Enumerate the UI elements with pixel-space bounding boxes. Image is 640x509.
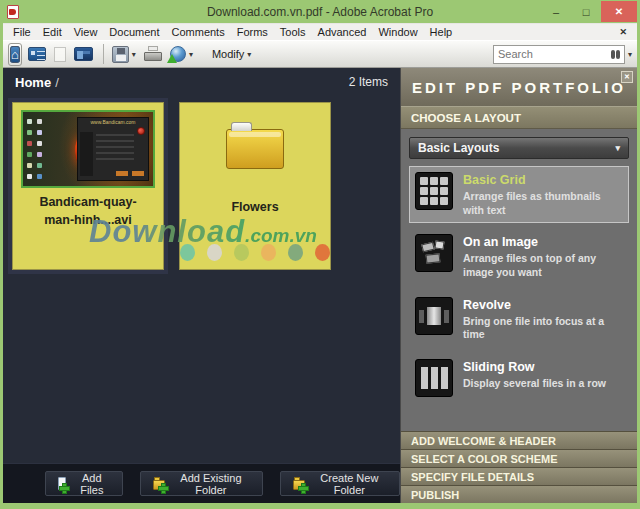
chevron-down-icon: ▾	[189, 50, 193, 59]
blank-page-button[interactable]	[51, 45, 69, 64]
breadcrumb-separator: /	[55, 75, 59, 90]
layout-description: Arrange files on top of any image you wa…	[463, 252, 623, 279]
menu-edit[interactable]: Edit	[37, 26, 68, 38]
folder-icon	[226, 129, 284, 169]
layout-option-basic-grid[interactable]: Basic Grid Arrange files as thumbnails w…	[409, 166, 629, 223]
basic-grid-icon	[415, 172, 453, 210]
breadcrumb: Home / 2 Items	[3, 68, 400, 96]
layout-name: On an Image	[463, 235, 623, 249]
panel-header: EDIT PDF PORTFOLIO ✕	[401, 68, 637, 106]
layout-name: Basic Grid	[463, 173, 623, 187]
layout-category-dropdown[interactable]: Basic Layouts ▾	[409, 137, 629, 159]
add-existing-folder-button[interactable]: Add Existing Folder	[140, 471, 263, 496]
upload-share-button[interactable]: ▾	[167, 44, 196, 64]
menu-window[interactable]: Window	[372, 26, 423, 38]
breadcrumb-home[interactable]: Home	[15, 75, 51, 90]
folder-card-title: Flowers	[180, 199, 330, 217]
menu-view[interactable]: View	[68, 26, 104, 38]
layout-option-on-an-image[interactable]: On an Image Arrange files on top of any …	[409, 228, 629, 285]
search-binoculars-icon	[611, 50, 620, 59]
blank-page-icon	[54, 47, 66, 62]
record-button-icon	[137, 127, 145, 135]
desktop-icons-decoration	[27, 119, 32, 124]
items-count: 2 Items	[349, 75, 388, 89]
watermark-dots-decoration	[180, 244, 330, 261]
chevron-down-icon: ▾	[132, 50, 136, 59]
pages-view-button[interactable]	[25, 45, 49, 63]
menu-document[interactable]: Document	[103, 26, 165, 38]
add-welcome-header-section[interactable]: ADD WELCOME & HEADER	[401, 431, 637, 449]
toolbar-divider	[103, 44, 104, 64]
file-card-bandicam[interactable]: www.Bandicam.com Bandicam-quay-man-hinh.…	[12, 102, 164, 270]
menu-file[interactable]: File	[7, 26, 37, 38]
choose-layout-section-header[interactable]: CHOOSE A LAYOUT	[401, 106, 637, 129]
menu-tools[interactable]: Tools	[274, 26, 312, 38]
layout-option-revolve[interactable]: Revolve Bring one file into focus at a t…	[409, 291, 629, 348]
create-new-folder-button[interactable]: Create New Folder	[280, 471, 400, 496]
search-input[interactable]	[498, 48, 611, 60]
add-file-icon	[58, 477, 66, 490]
modify-dropdown[interactable]: Modify ▾	[206, 45, 257, 63]
title-bar: Download.com.vn.pdf - Adobe Acrobat Pro …	[3, 0, 637, 23]
panel-close-icon[interactable]: ✕	[621, 71, 633, 83]
layout-options-list: Basic Grid Arrange files as thumbnails w…	[401, 166, 637, 408]
home-icon: ⌂	[10, 46, 20, 63]
layout-name: Revolve	[463, 298, 623, 312]
layout-option-sliding-row[interactable]: Sliding Row Display several files in a r…	[409, 353, 629, 403]
home-button[interactable]: ⌂	[8, 43, 22, 66]
menubar-close-icon[interactable]: ✕	[619, 27, 633, 37]
close-button[interactable]: ✕	[601, 1, 637, 22]
add-folder-icon	[153, 480, 165, 490]
save-icon	[112, 46, 129, 63]
bandicam-window-decoration: www.Bandicam.com	[77, 117, 149, 181]
select-color-scheme-section[interactable]: SELECT A COLOR SCHEME	[401, 449, 637, 467]
layout-name: Sliding Row	[463, 360, 606, 374]
search-field[interactable]	[493, 45, 625, 64]
revolve-icon	[415, 297, 453, 335]
layout-view-button[interactable]	[71, 45, 96, 63]
layout-description: Arrange files as thumbnails with text	[463, 190, 623, 217]
print-button[interactable]	[141, 44, 165, 65]
add-existing-folder-label: Add Existing Folder	[172, 472, 250, 496]
layout-description: Display several files in a row	[463, 377, 606, 391]
publish-section[interactable]: PUBLISH	[401, 485, 637, 503]
toolbar: ⌂ ▾ ▾ Modify ▾	[3, 40, 637, 68]
chevron-down-icon: ▾	[615, 143, 620, 153]
specify-file-details-section[interactable]: SPECIFY FILE DETAILS	[401, 467, 637, 485]
folder-card-flowers[interactable]: Flowers	[179, 102, 331, 270]
layout-view-icon	[74, 47, 93, 61]
maximize-button[interactable]: □	[571, 2, 601, 22]
new-folder-icon	[293, 480, 305, 490]
menu-advanced[interactable]: Advanced	[312, 26, 373, 38]
add-files-button[interactable]: Add Files	[45, 471, 123, 496]
pages-view-icon	[28, 47, 46, 61]
create-new-folder-label: Create New Folder	[312, 472, 387, 496]
thumbnail-caption: www.Bandicam.com	[78, 118, 148, 126]
file-card-title: Bandicam-quay-man-hinh....avi	[13, 194, 163, 229]
minimize-button[interactable]: –	[541, 2, 571, 22]
layout-description: Bring one file into focus at a time	[463, 315, 623, 342]
edit-portfolio-panel: EDIT PDF PORTFOLIO ✕ CHOOSE A LAYOUT Bas…	[400, 68, 637, 503]
portfolio-canvas: Home / 2 Items www.Bandicam.com	[3, 68, 400, 503]
sliding-row-icon	[415, 359, 453, 397]
bottom-action-bar: Add Files Add Existing Folder Create New…	[3, 463, 400, 503]
add-files-label: Add Files	[73, 472, 110, 496]
on-an-image-icon	[415, 234, 453, 272]
chevron-down-icon: ▾	[247, 50, 251, 59]
app-window: Download.com.vn.pdf - Adobe Acrobat Pro …	[0, 0, 640, 509]
panel-title: EDIT PDF PORTFOLIO	[412, 79, 626, 96]
dropdown-value: Basic Layouts	[418, 141, 499, 155]
print-icon	[144, 46, 162, 63]
menu-bar: File Edit View Document Comments Forms T…	[3, 23, 637, 40]
video-thumbnail: www.Bandicam.com	[21, 110, 155, 188]
save-button[interactable]: ▾	[109, 44, 139, 65]
menu-comments[interactable]: Comments	[166, 26, 231, 38]
search-options-caret[interactable]: ▾	[628, 50, 632, 59]
menu-help[interactable]: Help	[424, 26, 459, 38]
menu-forms[interactable]: Forms	[231, 26, 274, 38]
globe-upload-icon	[170, 46, 186, 62]
modify-label: Modify	[212, 48, 244, 60]
